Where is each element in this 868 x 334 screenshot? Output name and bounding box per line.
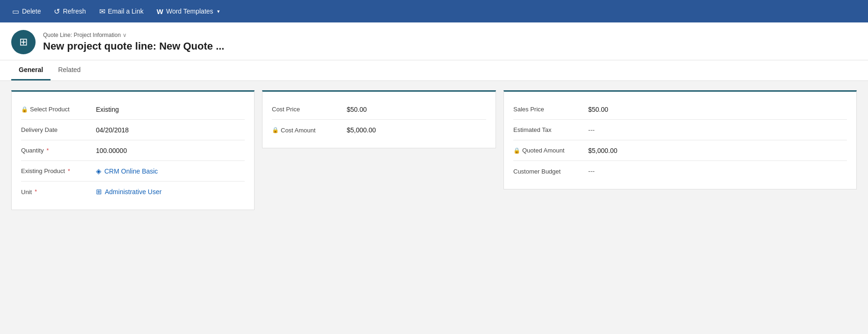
chevron-down-icon: ▾ xyxy=(217,8,220,15)
value-delivery-date[interactable]: 04/20/2018 xyxy=(96,126,245,134)
refresh-icon: ↺ xyxy=(54,7,60,16)
card-right: Sales Price $50.00 Estimated Tax --- 🔒 Q… xyxy=(503,90,857,189)
word-templates-label: Word Templates xyxy=(166,7,213,15)
field-existing-product: Existing Product * ◈ CRM Online Basic xyxy=(21,161,245,182)
lock-icon-quoted: 🔒 xyxy=(513,147,520,154)
label-unit: Unit * xyxy=(21,189,96,196)
label-quoted-amount: 🔒 Quoted Amount xyxy=(513,147,588,154)
value-cost-amount: $5,000.00 xyxy=(347,126,486,134)
field-cost-price: Cost Price $50.00 xyxy=(272,99,486,120)
label-estimated-tax: Estimated Tax xyxy=(513,126,588,133)
toolbar: ▭ Delete ↺ Refresh ✉ Email a Link W Word… xyxy=(0,0,868,22)
card-mid-body: Cost Price $50.00 🔒 Cost Amount $5,000.0… xyxy=(263,92,496,148)
field-select-product: 🔒 Select Product Existing xyxy=(21,99,245,120)
value-existing-product[interactable]: ◈ CRM Online Basic xyxy=(96,167,245,175)
field-sales-price: Sales Price $50.00 xyxy=(513,99,847,120)
breadcrumb-arrow-icon: ∨ xyxy=(123,32,127,38)
value-customer-budget: --- xyxy=(588,167,847,175)
field-quantity: Quantity * 100.00000 xyxy=(21,140,245,161)
label-select-product: 🔒 Select Product xyxy=(21,106,96,113)
label-sales-price: Sales Price xyxy=(513,106,588,113)
delete-icon: ▭ xyxy=(12,7,19,16)
header-text: Quote Line: Project Information ∨ New pr… xyxy=(43,32,224,52)
value-unit[interactable]: ⊞ Administrative User xyxy=(96,188,245,196)
entity-icon: ⊞ xyxy=(11,30,36,54)
lock-icon-cost: 🔒 xyxy=(272,127,279,133)
page-header: ⊞ Quote Line: Project Information ∨ New … xyxy=(0,22,868,60)
value-sales-price: $50.00 xyxy=(588,106,847,113)
label-quantity: Quantity * xyxy=(21,147,96,154)
page-title: New project quote line: New Quote ... xyxy=(43,40,224,52)
value-estimated-tax: --- xyxy=(588,126,847,134)
delete-label: Delete xyxy=(22,7,41,15)
cards-row: 🔒 Select Product Existing Delivery Date … xyxy=(11,90,857,210)
refresh-button[interactable]: ↺ Refresh xyxy=(49,4,90,19)
label-delivery-date: Delivery Date xyxy=(21,126,96,133)
label-existing-product: Existing Product * xyxy=(21,167,96,174)
breadcrumb-text: Quote Line: Project Information xyxy=(43,32,121,38)
breadcrumb[interactable]: Quote Line: Project Information ∨ xyxy=(43,32,224,38)
required-star-unit: * xyxy=(35,189,37,195)
label-customer-budget: Customer Budget xyxy=(513,168,588,175)
main-content: 🔒 Select Product Existing Delivery Date … xyxy=(0,81,868,334)
grid-icon: ⊞ xyxy=(96,188,102,196)
field-estimated-tax: Estimated Tax --- xyxy=(513,120,847,140)
word-icon: W xyxy=(157,7,163,15)
card-right-body: Sales Price $50.00 Estimated Tax --- 🔒 Q… xyxy=(504,92,856,189)
field-customer-budget: Customer Budget --- xyxy=(513,161,847,182)
tab-related[interactable]: Related xyxy=(51,60,88,80)
word-templates-button[interactable]: W Word Templates ▾ xyxy=(152,5,225,18)
email-link-button[interactable]: ✉ Email a Link xyxy=(95,4,148,19)
field-unit: Unit * ⊞ Administrative User xyxy=(21,182,245,202)
field-delivery-date: Delivery Date 04/20/2018 xyxy=(21,120,245,140)
label-cost-amount: 🔒 Cost Amount xyxy=(272,127,347,134)
refresh-label: Refresh xyxy=(63,7,86,15)
card-mid: Cost Price $50.00 🔒 Cost Amount $5,000.0… xyxy=(262,90,496,148)
card-left: 🔒 Select Product Existing Delivery Date … xyxy=(11,90,255,210)
entity-icon-symbol: ⊞ xyxy=(19,36,28,48)
required-star-quantity: * xyxy=(46,147,49,154)
card-left-body: 🔒 Select Product Existing Delivery Date … xyxy=(12,92,254,210)
delete-button[interactable]: ▭ Delete xyxy=(7,4,45,19)
required-star-product: * xyxy=(68,168,70,174)
lock-icon: 🔒 xyxy=(21,106,28,113)
tab-general[interactable]: General xyxy=(11,60,51,80)
cube-icon: ◈ xyxy=(96,167,102,175)
email-label: Email a Link xyxy=(108,7,144,15)
tabs-bar: General Related xyxy=(0,60,868,81)
value-quoted-amount: $5,000.00 xyxy=(588,147,847,154)
field-cost-amount: 🔒 Cost Amount $5,000.00 xyxy=(272,120,486,140)
value-select-product: Existing xyxy=(96,106,245,113)
label-cost-price: Cost Price xyxy=(272,106,347,113)
value-quantity[interactable]: 100.00000 xyxy=(96,147,245,154)
value-cost-price: $50.00 xyxy=(347,106,486,113)
email-icon: ✉ xyxy=(99,7,105,16)
field-quoted-amount: 🔒 Quoted Amount $5,000.00 xyxy=(513,140,847,161)
